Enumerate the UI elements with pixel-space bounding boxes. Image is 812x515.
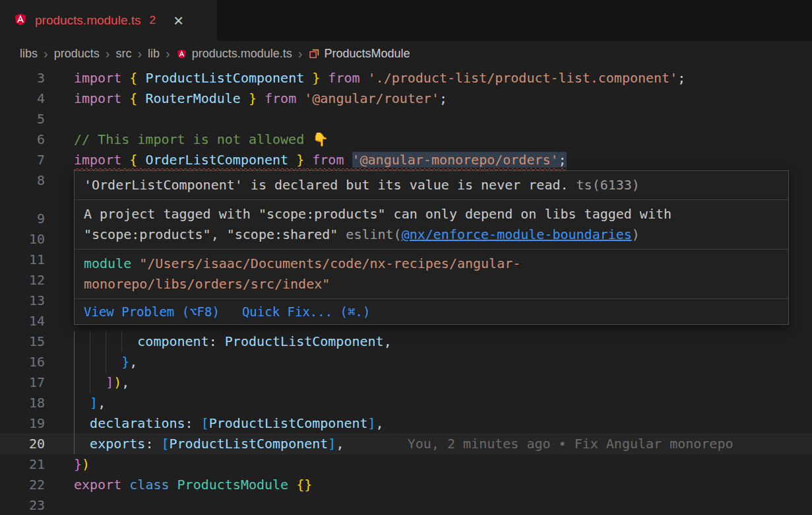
indent-guide xyxy=(74,331,75,352)
code-text: }, xyxy=(74,352,812,372)
line-number: 8 xyxy=(0,170,45,191)
ts-diagnostic-message: 'OrderListComponent' is declared but its… xyxy=(84,177,569,193)
line-number: 11 xyxy=(0,250,45,270)
breadcrumb-item-libs[interactable]: libs xyxy=(20,47,38,61)
line-number: 23 xyxy=(0,495,45,515)
view-problem-action[interactable]: View Problem (⌥F8) xyxy=(84,302,220,321)
indent-guide xyxy=(106,331,106,352)
module-icon xyxy=(309,48,320,59)
line-number: 3 xyxy=(0,68,45,88)
code-text xyxy=(74,109,812,129)
indent-guide xyxy=(74,393,75,413)
code-line-6[interactable]: 6// This import is not allowed 👇 xyxy=(0,129,812,150)
line-number: 6 xyxy=(0,129,45,150)
error-count-badge: 2 xyxy=(150,14,156,27)
indent-guide xyxy=(90,372,90,393)
quick-fix-action[interactable]: Quick Fix... (⌘.) xyxy=(242,302,370,321)
breadcrumb-separator-icon: › xyxy=(166,46,170,61)
code-text: import { OrderListComponent } from '@ang… xyxy=(74,150,812,170)
line-number: 15 xyxy=(0,331,45,352)
hover-ts-diagnostic: 'OrderListComponent' is declared but its… xyxy=(75,171,788,199)
code-text: import { ProductListComponent } from './… xyxy=(74,68,812,88)
breadcrumb-separator-icon: › xyxy=(298,46,303,61)
code-line-15[interactable]: 15 component: ProductListComponent, xyxy=(0,331,812,352)
ts-diagnostic-source: ts(6133) xyxy=(569,177,640,193)
hover-module-info: module "/Users/isaac/Documents/code/nx-r… xyxy=(75,249,788,298)
code-text: component: ProductListComponent, xyxy=(74,331,812,352)
indent-guide xyxy=(106,352,106,372)
indent-guide xyxy=(90,331,90,352)
code-line-22[interactable]: 22export class ProductsModule {} xyxy=(0,475,812,495)
indent-guide xyxy=(74,372,75,393)
code-line-18[interactable]: 18 ], xyxy=(0,393,812,413)
code-line-7[interactable]: 7import { OrderListComponent } from '@an… xyxy=(0,150,812,170)
code-text: exports: [ProductListComponent],You, 2 m… xyxy=(74,434,812,454)
line-number: 18 xyxy=(0,393,45,413)
hover-actions: View Problem (⌥F8) Quick Fix... (⌘.) xyxy=(75,298,788,324)
vscode-window: products.module.ts 2 × libs›products›src… xyxy=(0,0,812,515)
code-line-3[interactable]: 3import { ProductListComponent } from '.… xyxy=(0,68,812,88)
eslint-message-line1: A project tagged with "scope:products" c… xyxy=(84,204,779,224)
breadcrumb-item-productsmodule[interactable]: ProductsModule xyxy=(309,47,410,61)
indent-guide xyxy=(74,434,75,454)
line-number: 16 xyxy=(0,352,45,372)
code-text xyxy=(74,495,812,515)
code-line-19[interactable]: 19 declarations: [ProductListComponent], xyxy=(0,413,812,434)
indent-guide xyxy=(74,413,75,434)
indent-guide xyxy=(121,331,122,352)
breadcrumb-separator-icon: › xyxy=(44,46,48,61)
breadcrumb-separator-icon: › xyxy=(137,46,142,61)
close-icon[interactable]: × xyxy=(173,12,183,29)
hover-popup: 'OrderListComponent' is declared but its… xyxy=(74,170,789,325)
angular-icon xyxy=(176,48,187,59)
breadcrumb-item-src[interactable]: src xyxy=(115,47,131,61)
code-text: import { RouterModule } from '@angular/r… xyxy=(74,88,812,109)
line-number: 5 xyxy=(0,109,45,129)
code-text: export class ProductsModule {} xyxy=(74,475,812,495)
eslint-rule-link[interactable]: @nx/enforce-module-boundaries xyxy=(402,226,632,242)
line-number: 17 xyxy=(0,372,45,393)
indent-guide xyxy=(90,352,90,372)
git-blame-annotation: You, 2 minutes ago • Fix Angular monorep… xyxy=(408,436,734,452)
code-text: }) xyxy=(74,454,812,475)
code-line-21[interactable]: 21}) xyxy=(0,454,812,475)
code-text: ], xyxy=(74,393,812,413)
line-number: 12 xyxy=(0,270,45,291)
tab-bar: products.module.ts 2 × xyxy=(0,0,812,41)
line-number: 21 xyxy=(0,454,45,475)
code-text: // This import is not allowed 👇 xyxy=(74,129,812,150)
line-number: 13 xyxy=(0,291,45,311)
module-keyword: module xyxy=(84,256,131,271)
line-number: 14 xyxy=(0,311,45,331)
angular-icon xyxy=(13,12,28,29)
breadcrumb: libs›products›src›lib›products.module.ts… xyxy=(0,41,812,66)
tab-products-module[interactable]: products.module.ts 2 × xyxy=(0,0,218,41)
breadcrumb-item-lib[interactable]: lib xyxy=(148,47,160,61)
line-number: 19 xyxy=(0,413,45,434)
line-number: 9 xyxy=(0,209,45,229)
code-editor[interactable]: 3import { ProductListComponent } from '.… xyxy=(0,66,812,515)
code-line-16[interactable]: 16 }, xyxy=(0,352,812,372)
code-text: ]), xyxy=(74,372,812,393)
line-number: 20 xyxy=(0,434,45,454)
code-line-17[interactable]: 17 ]), xyxy=(0,372,812,393)
code-line-5[interactable]: 5 xyxy=(0,109,812,129)
code-line-20[interactable]: 20 exports: [ProductListComponent],You, … xyxy=(0,434,812,454)
eslint-message-line2: "scope:products", "scope:shared" eslint(… xyxy=(84,224,779,245)
breadcrumb-separator-icon: › xyxy=(106,46,110,61)
breadcrumb-item-products[interactable]: products xyxy=(54,47,100,61)
line-number: 10 xyxy=(0,229,45,250)
hover-eslint-diagnostic: A project tagged with "scope:products" c… xyxy=(75,199,788,249)
code-line-23[interactable]: 23 xyxy=(0,495,812,515)
tab-title: products.module.ts xyxy=(35,13,141,28)
line-number: 22 xyxy=(0,475,45,495)
code-text: declarations: [ProductListComponent], xyxy=(74,413,812,434)
code-line-4[interactable]: 4import { RouterModule } from '@angular/… xyxy=(0,88,812,109)
line-number: 7 xyxy=(0,150,45,170)
line-number: 4 xyxy=(0,88,45,109)
breadcrumb-item-products-module-ts[interactable]: products.module.ts xyxy=(176,47,292,61)
indent-guide xyxy=(74,352,75,372)
